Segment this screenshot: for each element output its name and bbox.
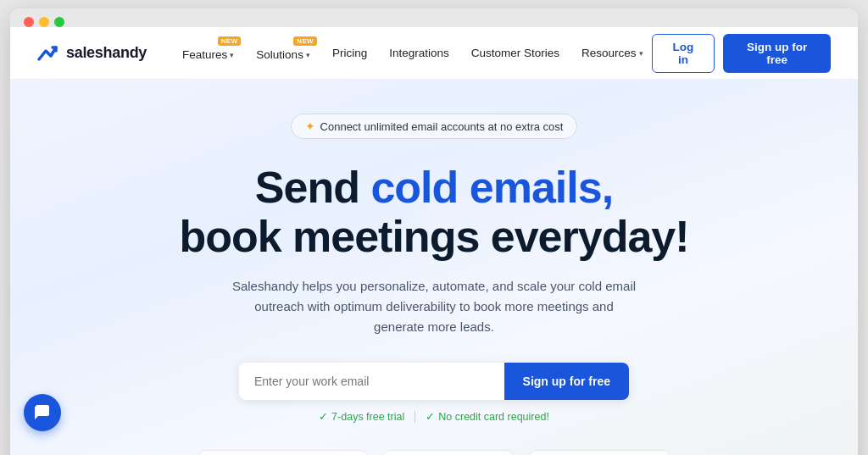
navbar: saleshandy Features ▾ NEW Solutions ▾ NE… [10,27,858,80]
maximize-button[interactable] [54,17,64,27]
trust-text-no-cc: No credit card required! [438,411,549,423]
sparkle-icon: ✦ [305,119,315,133]
feature-pill-lead-finder[interactable]: Lead Finder [382,450,515,455]
logo-text: saleshandy [66,44,147,62]
nav-item-resources[interactable]: Resources ▾ [573,42,652,64]
trust-badges: ✓ 7-days free trial ✓ No credit card req… [319,410,549,423]
hero-section: ✦ Connect unlimited email accounts at no… [10,80,858,455]
nav-label-solutions: Solutions [256,48,303,61]
trust-item-no-cc: ✓ No credit card required! [426,410,549,423]
headline-highlight: cold emails, [370,163,613,212]
headline-plain: Send [255,163,371,212]
feature-pill-agency-portal[interactable]: Agency Portal [528,450,670,455]
login-button[interactable]: Log in [652,34,715,73]
check-icon: ✓ [319,410,328,423]
nav-item-pricing[interactable]: Pricing [324,42,376,64]
nav-label-resources: Resources [581,47,637,59]
nav-right: Log in Sign up for free [652,34,831,73]
announcement-text: Connect unlimited email accounts at no e… [320,120,564,133]
browser-window: saleshandy Features ▾ NEW Solutions ▾ NE… [10,8,858,455]
hero-subtext: Saleshandy helps you personalize, automa… [231,276,637,337]
trust-item-trial: ✓ 7-days free trial [319,410,404,423]
hero-headline: Send cold emails, book meetings everyday… [179,163,688,261]
email-input[interactable] [239,363,504,400]
trust-divider [415,411,415,423]
signup-nav-button[interactable]: Sign up for free [723,34,831,73]
nav-item-customer-stories[interactable]: Customer Stories [463,42,568,64]
announcement-badge[interactable]: ✦ Connect unlimited email accounts at no… [291,114,578,139]
badge-new-solutions: NEW [293,36,317,46]
nav-item-features[interactable]: Features ▾ NEW [174,40,242,66]
logo[interactable]: saleshandy [37,44,147,63]
chat-button[interactable] [24,394,61,431]
check-icon: ✓ [426,410,435,423]
chevron-down-icon: ▾ [230,51,234,59]
email-form: Sign up for free [239,363,629,400]
trust-text-trial: 7-days free trial [331,411,404,423]
nav-label-integrations: Integrations [389,47,449,59]
minimize-button[interactable] [39,17,49,27]
headline-line2: book meetings everyday! [179,212,688,261]
signup-hero-button[interactable]: Sign up for free [504,363,629,400]
nav-label-customer-stories: Customer Stories [471,47,559,59]
nav-label-features: Features [182,48,227,61]
feature-pills: Cold Emailing Suite Lead Finder [198,450,670,455]
traffic-lights [24,17,64,27]
nav-item-solutions[interactable]: Solutions ▾ NEW [248,40,319,66]
close-button[interactable] [24,17,34,27]
nav-item-integrations[interactable]: Integrations [381,42,458,64]
chevron-down-icon: ▾ [639,49,643,58]
logo-icon [37,44,61,63]
browser-chrome [10,8,858,27]
badge-new-features: NEW [218,36,242,46]
nav-label-pricing: Pricing [332,47,367,59]
chevron-down-icon: ▾ [306,51,310,59]
feature-pill-cold-emailing[interactable]: Cold Emailing Suite [198,450,369,455]
nav-links: Features ▾ NEW Solutions ▾ NEW Pricing I… [174,40,651,66]
